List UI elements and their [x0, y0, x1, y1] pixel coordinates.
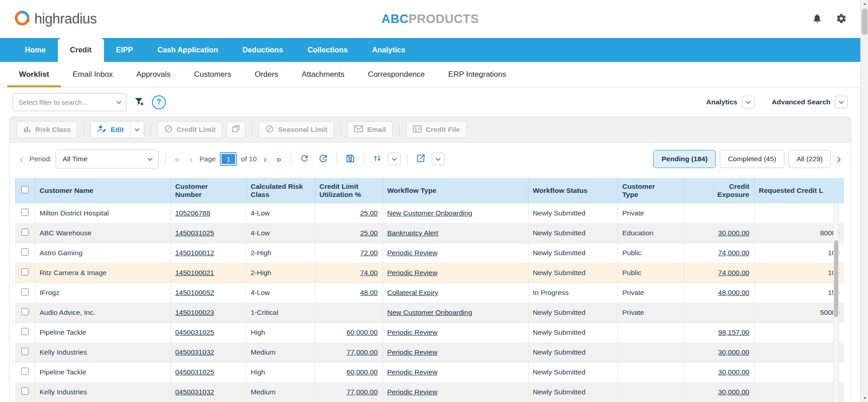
- first-page-button[interactable]: «: [172, 154, 183, 164]
- table-scrollbar[interactable]: [833, 203, 839, 402]
- main-nav-item[interactable]: Home: [13, 38, 58, 62]
- seasonal-limit-button[interactable]: Seasonal Limit: [259, 121, 334, 138]
- page-scrollbar-thumb[interactable]: [862, 9, 868, 35]
- credit-exposure-link[interactable]: 74,000.00: [718, 249, 750, 257]
- utilization-link[interactable]: 77,000.00: [347, 388, 378, 396]
- analytics-dropdown-label[interactable]: Analytics: [706, 98, 737, 106]
- table-row[interactable]: Pipeline Tackle 0450031025 High 60,000.0…: [15, 323, 844, 342]
- workflow-type-link[interactable]: Bankruptcy Alert: [387, 229, 439, 237]
- prev-page-button[interactable]: ‹: [187, 154, 195, 164]
- page-scrollbar[interactable]: ▲ ▼: [860, 0, 868, 402]
- column-header-customer-number[interactable]: Customer Number: [170, 178, 246, 203]
- workflow-type-link[interactable]: Periodic Review: [387, 348, 438, 356]
- table-row[interactable]: Kelly Industries 0450031032 Medium 77,00…: [15, 342, 844, 362]
- settings-button[interactable]: [836, 13, 847, 25]
- workflow-type-link[interactable]: Periodic Review: [387, 368, 438, 376]
- credit-exposure-link[interactable]: 98,157.00: [718, 328, 750, 336]
- customer-number-link[interactable]: 1450100012: [175, 249, 214, 257]
- notifications-button[interactable]: [812, 13, 822, 25]
- workflow-type-link[interactable]: Periodic Review: [387, 269, 438, 276]
- customer-number-link[interactable]: 0450031032: [175, 388, 214, 396]
- utilization-link[interactable]: 74.00: [360, 269, 378, 276]
- main-nav-item[interactable]: Cash Application: [145, 38, 230, 62]
- credit-exposure-link[interactable]: 30,000.00: [718, 388, 750, 396]
- utilization-link[interactable]: 48.00: [360, 289, 378, 296]
- sort-button[interactable]: [371, 154, 384, 164]
- page-number-input[interactable]: 1: [220, 152, 237, 166]
- expand-right-button[interactable]: ›: [835, 153, 843, 165]
- customer-number-link[interactable]: 1450100021: [175, 269, 214, 276]
- sub-nav-item[interactable]: Approvals: [125, 62, 183, 87]
- save-layout-button[interactable]: [343, 154, 358, 165]
- period-select[interactable]: All Time: [56, 150, 159, 168]
- column-header-customer-name[interactable]: Customer Name: [35, 178, 170, 203]
- main-nav-item[interactable]: Analytics: [360, 38, 417, 62]
- column-header-credit-exposure[interactable]: Credit Exposure: [684, 178, 754, 203]
- row-checkbox[interactable]: [21, 229, 28, 236]
- sub-nav-item[interactable]: Worklist: [7, 62, 61, 87]
- table-row[interactable]: Kelly Industries 0450031032 Medium 77,00…: [15, 382, 844, 402]
- scroll-down-button[interactable]: ▼: [861, 394, 868, 402]
- edit-dropdown-button[interactable]: [130, 122, 144, 138]
- utilization-link[interactable]: 60,000.00: [347, 328, 378, 336]
- customer-number-link[interactable]: 1450100023: [175, 309, 214, 316]
- risk-class-button[interactable]: Risk Class: [17, 121, 77, 138]
- status-tab[interactable]: Completed (45): [720, 150, 784, 168]
- status-tab[interactable]: Pending (184): [653, 150, 716, 168]
- credit-exposure-link[interactable]: 74,000.00: [718, 269, 750, 276]
- customer-number-link[interactable]: 0450031025: [175, 328, 214, 336]
- status-tab[interactable]: All (229): [788, 150, 831, 168]
- column-header-requested-credit[interactable]: Requested Credit L: [754, 178, 844, 203]
- workflow-type-link[interactable]: Periodic Review: [387, 249, 438, 257]
- filter-search-select[interactable]: Select filter to search...: [13, 93, 127, 111]
- collapse-left-button[interactable]: ‹: [18, 153, 25, 165]
- sort-dropdown-button[interactable]: [388, 153, 401, 165]
- utilization-link[interactable]: 77,000.00: [347, 348, 378, 356]
- utilization-link[interactable]: 25.00: [360, 229, 378, 237]
- credit-exposure-link[interactable]: 30,000.00: [718, 348, 750, 356]
- table-row[interactable]: Audio Advice, Inc. 1450100023 1-Critical…: [15, 303, 844, 323]
- scroll-up-button[interactable]: ▲: [861, 0, 868, 8]
- analytics-dropdown-button[interactable]: [742, 96, 755, 108]
- copy-button[interactable]: [226, 121, 245, 138]
- table-scrollbar-thumb[interactable]: [834, 240, 838, 317]
- credit-exposure-link[interactable]: 48,000.00: [718, 289, 750, 296]
- table-row[interactable]: Pipeline Tackle 0450031025 High 60,000.0…: [15, 362, 844, 382]
- workflow-type-link[interactable]: Periodic Review: [387, 328, 438, 336]
- table-row[interactable]: ABC Warehouse 1450031025 4-Low 25.00 Ban…: [15, 223, 844, 243]
- customer-number-link[interactable]: 105206788: [175, 209, 211, 217]
- table-row[interactable]: Milton District Hospital 105206788 4-Low…: [15, 203, 844, 223]
- workflow-type-link[interactable]: New Customer Onboarding: [387, 309, 472, 316]
- main-nav-item[interactable]: Credit: [58, 38, 104, 62]
- sub-nav-item[interactable]: Email Inbox: [61, 62, 125, 87]
- column-header-customer-type[interactable]: Customer Type: [618, 178, 684, 203]
- customer-number-link[interactable]: 1450100052: [175, 289, 214, 296]
- utilization-link[interactable]: 60,000.00: [347, 368, 378, 376]
- table-row[interactable]: Ritz Camera & Image 1450100021 2-High 74…: [15, 263, 844, 283]
- advanced-search-dropdown-button[interactable]: [835, 96, 848, 108]
- main-nav-item[interactable]: Deductions: [230, 38, 295, 62]
- sub-nav-item[interactable]: Correspondence: [356, 62, 437, 87]
- advanced-search-dropdown-label[interactable]: Advanced Search: [772, 98, 830, 106]
- table-row[interactable]: Astro Gaming 1450100012 2-High 72.00 Per…: [15, 243, 844, 263]
- edit-button[interactable]: Edit: [91, 122, 130, 138]
- main-nav-item[interactable]: Collections: [295, 38, 360, 62]
- main-nav-item[interactable]: EIPP: [104, 38, 146, 62]
- next-page-button[interactable]: ›: [261, 154, 269, 164]
- workflow-type-link[interactable]: Collateral Expiry: [387, 289, 439, 296]
- column-header-risk-class[interactable]: Calculated Risk Class: [246, 178, 315, 203]
- customer-number-link[interactable]: 0450031032: [175, 348, 214, 356]
- row-checkbox[interactable]: [21, 248, 28, 256]
- row-checkbox[interactable]: [21, 328, 28, 335]
- refresh-button[interactable]: [297, 154, 311, 164]
- sub-nav-item[interactable]: Customers: [182, 62, 243, 87]
- credit-limit-button[interactable]: Credit Limit: [157, 121, 222, 138]
- credit-exposure-link[interactable]: 30,000.00: [718, 368, 750, 376]
- column-header-workflow-status[interactable]: Workflow Status: [528, 178, 618, 203]
- email-button[interactable]: Email: [347, 121, 392, 138]
- customer-number-link[interactable]: 0450031025: [175, 368, 214, 376]
- select-all-checkbox[interactable]: [21, 186, 28, 193]
- history-button[interactable]: [316, 154, 330, 165]
- last-page-button[interactable]: »: [274, 154, 284, 164]
- utilization-link[interactable]: 72.00: [360, 249, 378, 257]
